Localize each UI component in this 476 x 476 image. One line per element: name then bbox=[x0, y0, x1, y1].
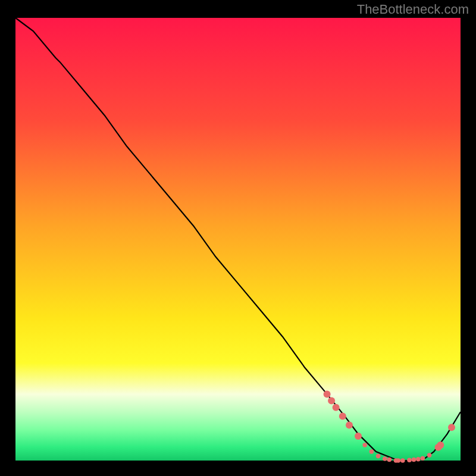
chart-frame: TheBottleneck.com bbox=[0, 0, 476, 476]
highlight-dot bbox=[412, 458, 416, 462]
highlight-dot bbox=[355, 433, 362, 440]
highlight-dot bbox=[421, 456, 425, 461]
highlight-dot bbox=[387, 458, 392, 462]
highlight-dot bbox=[362, 443, 367, 447]
highlight-dot bbox=[324, 390, 331, 397]
highlight-dot bbox=[346, 422, 353, 429]
attribution-text: TheBottleneck.com bbox=[357, 2, 469, 17]
highlight-dot bbox=[416, 457, 421, 462]
highlight-dot bbox=[328, 397, 335, 405]
highlight-dot bbox=[400, 458, 405, 463]
highlight-dot bbox=[333, 404, 340, 411]
bottleneck-chart bbox=[0, 0, 476, 476]
highlight-dot bbox=[396, 458, 401, 463]
highlight-dot bbox=[407, 458, 412, 463]
gradient-background bbox=[15, 18, 461, 461]
highlight-dot bbox=[376, 454, 381, 459]
highlight-dot bbox=[437, 441, 444, 449]
highlight-dot bbox=[427, 453, 432, 458]
highlight-dot bbox=[383, 456, 387, 461]
highlight-dot bbox=[369, 449, 374, 454]
highlight-dot bbox=[339, 413, 346, 420]
highlight-dot bbox=[448, 424, 455, 431]
